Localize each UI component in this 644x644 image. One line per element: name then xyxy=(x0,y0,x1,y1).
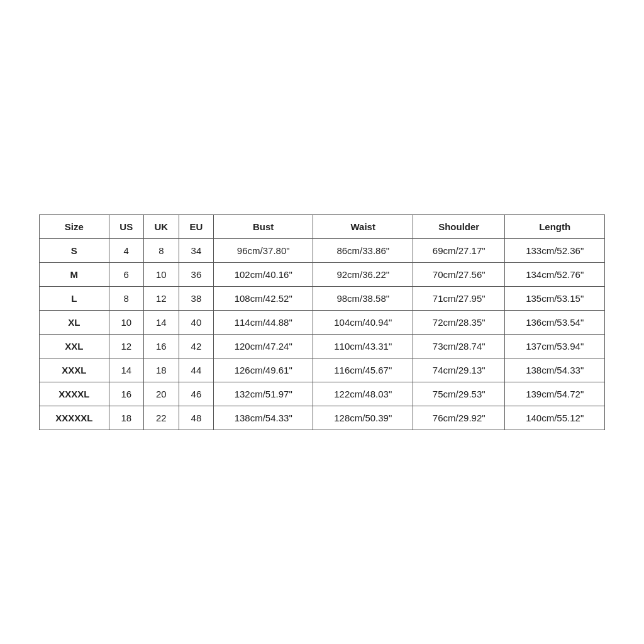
cell-length: 136cm/53.54" xyxy=(505,310,605,334)
cell-size: XXXXL xyxy=(40,382,109,406)
cell-eu: 42 xyxy=(179,334,213,358)
cell-shoulder: 72cm/28.35" xyxy=(413,310,505,334)
cell-us: 6 xyxy=(109,262,143,286)
cell-length: 140cm/55.12" xyxy=(505,406,605,430)
header-us: US xyxy=(109,214,143,238)
cell-bust: 126cm/49.61" xyxy=(213,358,313,382)
cell-uk: 20 xyxy=(143,382,179,406)
cell-bust: 102cm/40.16" xyxy=(213,262,313,286)
cell-waist: 104cm/40.94" xyxy=(313,310,413,334)
cell-uk: 8 xyxy=(143,238,179,262)
table-row: XXL121642120cm/47.24"110cm/43.31"73cm/28… xyxy=(40,334,605,358)
cell-shoulder: 70cm/27.56" xyxy=(413,262,505,286)
cell-uk: 10 xyxy=(143,262,179,286)
cell-shoulder: 75cm/29.53" xyxy=(413,382,505,406)
cell-us: 12 xyxy=(109,334,143,358)
size-chart-wrapper: Size US UK EU Bust Waist Shoulder Length… xyxy=(39,214,605,430)
cell-size: XL xyxy=(40,310,109,334)
cell-us: 14 xyxy=(109,358,143,382)
cell-waist: 92cm/36.22" xyxy=(313,262,413,286)
table-row: XXXXXL182248138cm/54.33"128cm/50.39"76cm… xyxy=(40,406,605,430)
cell-size: L xyxy=(40,286,109,310)
cell-length: 134cm/52.76" xyxy=(505,262,605,286)
cell-uk: 12 xyxy=(143,286,179,310)
cell-eu: 44 xyxy=(179,358,213,382)
cell-shoulder: 76cm/29.92" xyxy=(413,406,505,430)
cell-size: S xyxy=(40,238,109,262)
cell-bust: 138cm/54.33" xyxy=(213,406,313,430)
cell-size: XXXXXL xyxy=(40,406,109,430)
cell-waist: 116cm/45.67" xyxy=(313,358,413,382)
cell-length: 135cm/53.15" xyxy=(505,286,605,310)
cell-length: 133cm/52.36" xyxy=(505,238,605,262)
cell-us: 16 xyxy=(109,382,143,406)
cell-us: 4 xyxy=(109,238,143,262)
cell-waist: 128cm/50.39" xyxy=(313,406,413,430)
cell-eu: 48 xyxy=(179,406,213,430)
cell-size: M xyxy=(40,262,109,286)
header-eu: EU xyxy=(179,214,213,238)
table-row: S483496cm/37.80"86cm/33.86"69cm/27.17"13… xyxy=(40,238,605,262)
header-length: Length xyxy=(505,214,605,238)
cell-eu: 38 xyxy=(179,286,213,310)
cell-uk: 22 xyxy=(143,406,179,430)
cell-length: 137cm/53.94" xyxy=(505,334,605,358)
header-waist: Waist xyxy=(313,214,413,238)
header-size: Size xyxy=(40,214,109,238)
table-row: XL101440114cm/44.88"104cm/40.94"72cm/28.… xyxy=(40,310,605,334)
cell-size: XXXL xyxy=(40,358,109,382)
header-shoulder: Shoulder xyxy=(413,214,505,238)
cell-shoulder: 74cm/29.13" xyxy=(413,358,505,382)
cell-us: 10 xyxy=(109,310,143,334)
cell-bust: 132cm/51.97" xyxy=(213,382,313,406)
table-row: XXXXL162046132cm/51.97"122cm/48.03"75cm/… xyxy=(40,382,605,406)
cell-bust: 96cm/37.80" xyxy=(213,238,313,262)
cell-us: 8 xyxy=(109,286,143,310)
cell-eu: 34 xyxy=(179,238,213,262)
cell-uk: 16 xyxy=(143,334,179,358)
header-uk: UK xyxy=(143,214,179,238)
cell-length: 139cm/54.72" xyxy=(505,382,605,406)
cell-bust: 120cm/47.24" xyxy=(213,334,313,358)
cell-length: 138cm/54.33" xyxy=(505,358,605,382)
table-header-row: Size US UK EU Bust Waist Shoulder Length xyxy=(40,214,605,238)
cell-eu: 40 xyxy=(179,310,213,334)
table-row: XXXL141844126cm/49.61"116cm/45.67"74cm/2… xyxy=(40,358,605,382)
cell-waist: 110cm/43.31" xyxy=(313,334,413,358)
cell-uk: 14 xyxy=(143,310,179,334)
cell-size: XXL xyxy=(40,334,109,358)
cell-waist: 98cm/38.58" xyxy=(313,286,413,310)
cell-shoulder: 69cm/27.17" xyxy=(413,238,505,262)
cell-bust: 108cm/42.52" xyxy=(213,286,313,310)
cell-eu: 46 xyxy=(179,382,213,406)
cell-bust: 114cm/44.88" xyxy=(213,310,313,334)
cell-waist: 122cm/48.03" xyxy=(313,382,413,406)
cell-waist: 86cm/33.86" xyxy=(313,238,413,262)
cell-uk: 18 xyxy=(143,358,179,382)
table-row: L81238108cm/42.52"98cm/38.58"71cm/27.95"… xyxy=(40,286,605,310)
size-chart-table: Size US UK EU Bust Waist Shoulder Length… xyxy=(39,214,605,430)
cell-shoulder: 73cm/28.74" xyxy=(413,334,505,358)
table-row: M61036102cm/40.16"92cm/36.22"70cm/27.56"… xyxy=(40,262,605,286)
header-bust: Bust xyxy=(213,214,313,238)
cell-eu: 36 xyxy=(179,262,213,286)
cell-us: 18 xyxy=(109,406,143,430)
cell-shoulder: 71cm/27.95" xyxy=(413,286,505,310)
